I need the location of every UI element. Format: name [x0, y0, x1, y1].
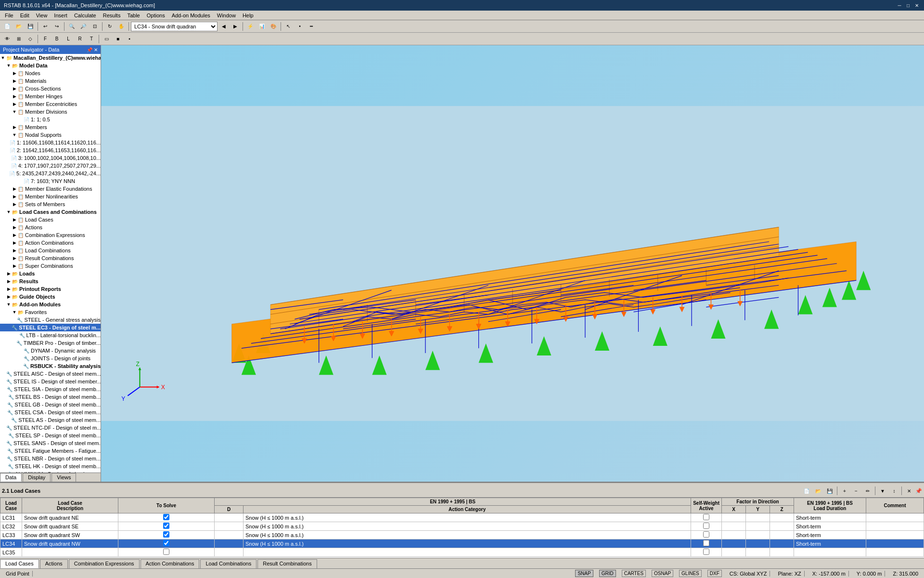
pan-btn[interactable]: ✋: [116, 21, 127, 32]
glines-btn[interactable]: GLINES: [679, 570, 702, 577]
tree-expander[interactable]: [3, 147, 9, 153]
rendering-btn[interactable]: ▪: [124, 34, 135, 44]
tree-item-fav-12[interactable]: 🔧STEEL GB - Design of steel memb...: [0, 401, 101, 408]
table-cell[interactable]: [691, 548, 722, 557]
tree-expander[interactable]: ▶: [12, 186, 17, 192]
menu-edit[interactable]: Edit: [17, 12, 32, 19]
tree-expander[interactable]: [0, 425, 6, 431]
table-cell[interactable]: [770, 539, 794, 548]
tree-item-fav-13[interactable]: 🔧STEEL CSA - Design of steel mem...: [0, 408, 101, 416]
tree-item-load-combinations[interactable]: ▶📋Load Combinations: [0, 247, 101, 254]
table-cell[interactable]: [722, 548, 746, 557]
table-cell[interactable]: Snow (H ≤ 1000 m a.s.l.): [244, 522, 691, 531]
window-controls[interactable]: ─ □ ✕: [896, 2, 920, 9]
table-checkbox[interactable]: [163, 514, 169, 520]
tree-item-loads[interactable]: ▶📂Loads: [0, 270, 101, 277]
wireframe-btn[interactable]: ▭: [101, 34, 112, 44]
select-btn[interactable]: ↖: [283, 21, 294, 32]
tree-item-fav-4[interactable]: 🔧TIMBER Pro - Design of timber...: [0, 339, 101, 347]
tree-expander[interactable]: [2, 394, 8, 400]
rotate-btn[interactable]: ↻: [104, 21, 115, 32]
minimize-btn[interactable]: ─: [896, 2, 903, 9]
tree-item-guide-objects[interactable]: ▶📂Guide Objects: [0, 293, 101, 301]
tree-expander[interactable]: ▶: [12, 101, 17, 107]
osnap-btn[interactable]: OSNAP: [652, 570, 673, 577]
table-cell[interactable]: [722, 539, 746, 548]
table-row[interactable]: LC35: [0, 548, 924, 557]
tree-expander[interactable]: ▶: [6, 271, 12, 276]
tree-expander[interactable]: ▶: [12, 93, 17, 99]
zoom-fit-btn[interactable]: ⊡: [90, 21, 100, 32]
table-cell[interactable]: Short-term: [794, 513, 866, 522]
table-cell[interactable]: LC34: [0, 539, 22, 548]
panel-pin[interactable]: 📌: [915, 488, 922, 494]
grid-btn-status[interactable]: GRID: [599, 570, 616, 577]
right-btn[interactable]: R: [75, 34, 85, 44]
table-cell[interactable]: [722, 513, 746, 522]
tree-expander[interactable]: ▶: [12, 194, 17, 199]
tree-expander[interactable]: ▼: [6, 63, 12, 68]
tree-expander[interactable]: [1, 463, 7, 469]
tree-item-load-cases-combinations[interactable]: ▼📂Load Cases and Combinations: [0, 208, 101, 216]
tree-item-member-eccentricities[interactable]: ▶📋Member Eccentricities: [0, 100, 101, 108]
tree-item-fav-6[interactable]: 🔧JOINTS - Design of joints: [0, 355, 101, 362]
result-btn[interactable]: 📊: [257, 21, 267, 32]
tree-expander[interactable]: [17, 117, 23, 122]
table-cell[interactable]: LC33: [0, 531, 22, 539]
close-panel-icon[interactable]: ✕: [94, 47, 98, 53]
tab-load-combinations[interactable]: Load Combinations: [200, 559, 257, 568]
zoom-in-btn[interactable]: 🔍: [66, 21, 77, 32]
tree-item-member-div-1[interactable]: 📄1: 1; 0.5: [0, 116, 101, 123]
tree-item-actions[interactable]: ▶📋Actions: [0, 223, 101, 231]
tree-item-printout-reports[interactable]: ▶📂Printout Reports: [0, 285, 101, 293]
table-edit-btn[interactable]: ✏: [862, 486, 873, 496]
table-checkbox[interactable]: [163, 523, 169, 529]
table-cell[interactable]: [770, 548, 794, 557]
tree-expander[interactable]: [17, 355, 23, 361]
display-btn[interactable]: 👁: [2, 34, 13, 44]
tree-item-sets-of-members[interactable]: ▶📋Sets of Members: [0, 200, 101, 208]
table-checkbox[interactable]: [703, 523, 709, 529]
tab-combination-expressions[interactable]: Combination Expressions: [69, 559, 140, 568]
tree-expander[interactable]: ▶: [12, 255, 17, 261]
tab-display[interactable]: Display: [23, 473, 51, 482]
tree-expander[interactable]: ▶: [12, 224, 17, 230]
tree-item-project[interactable]: ▼📁Macallan_Destillery_(C)www.wiehag.co..…: [0, 54, 101, 62]
back-btn[interactable]: B: [51, 34, 62, 44]
tree-expander[interactable]: ▶: [12, 217, 17, 223]
table-close-btn[interactable]: ✕: [904, 486, 914, 496]
table-cell[interactable]: [794, 548, 866, 557]
tree-expander[interactable]: ▶: [12, 232, 17, 238]
panel-controls[interactable]: 📌 ✕: [87, 47, 98, 53]
tree-expander[interactable]: ▶: [12, 70, 17, 76]
table-row[interactable]: LC31Snow drift quadrant NESnow (H ≤ 1000…: [0, 513, 924, 522]
tab-data[interactable]: Data: [0, 473, 22, 482]
tree-item-ns-1[interactable]: 📄1: 11606,11608,11614,11620,116...: [0, 139, 101, 146]
tree-item-fav-15[interactable]: 🔧STEEL NTC-DF - Design of steel m...: [0, 424, 101, 432]
tree-expander[interactable]: [13, 332, 19, 338]
table-cell[interactable]: Snow (H ≤ 1000 m a.s.l.): [244, 513, 691, 522]
undo-btn[interactable]: ↩: [40, 21, 51, 32]
tree-expander[interactable]: ▶: [12, 248, 17, 253]
table-checkbox[interactable]: [163, 531, 169, 538]
tree-expander[interactable]: [0, 371, 6, 377]
top-btn[interactable]: T: [86, 34, 97, 44]
table-cell[interactable]: [722, 522, 746, 531]
tab-views[interactable]: Views: [51, 473, 76, 482]
menu-results[interactable]: Results: [100, 12, 124, 19]
tree-item-results[interactable]: ▶📂Results: [0, 277, 101, 285]
tree-expander[interactable]: [1, 402, 7, 407]
tab-action-combinations[interactable]: Action Combinations: [141, 559, 200, 568]
table-cell[interactable]: [866, 522, 924, 531]
table-cell[interactable]: [118, 539, 215, 548]
left-btn[interactable]: L: [63, 34, 74, 44]
tree-item-model-data[interactable]: ▼📂Model Data: [0, 62, 101, 69]
open-btn[interactable]: 📂: [13, 21, 24, 32]
tree-item-members[interactable]: ▶📋Members: [0, 123, 101, 131]
table-cell[interactable]: LC32: [0, 522, 22, 531]
tree-expander[interactable]: ▼: [12, 109, 17, 115]
table-cell[interactable]: [118, 548, 215, 557]
table-cell[interactable]: [866, 548, 924, 557]
tree-item-fav-18[interactable]: 🔧STEEL Fatigue Members - Fatigue...: [0, 447, 101, 455]
table-del-btn[interactable]: −: [851, 486, 861, 496]
